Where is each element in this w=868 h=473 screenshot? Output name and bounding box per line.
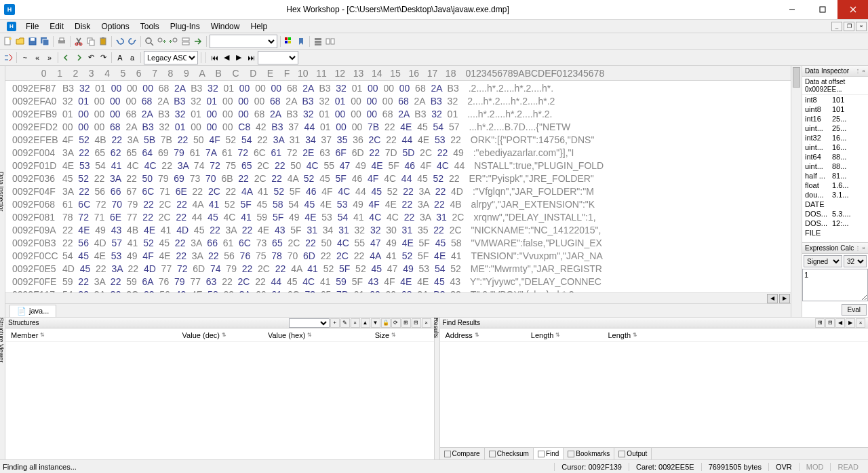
find-button[interactable] bbox=[144, 36, 155, 47]
minimize-button[interactable] bbox=[776, 0, 807, 19]
di-row[interactable]: uint...16... bbox=[802, 143, 868, 152]
hex-row[interactable]: 0092EFA032 01 00 00 00 68 2A B3 32 01 00… bbox=[12, 95, 784, 108]
di-row[interactable]: DOS...12:... bbox=[802, 219, 868, 228]
expr-mode-select[interactable]: Signed bbox=[804, 255, 842, 267]
fr-close-button[interactable]: × bbox=[856, 318, 865, 328]
di-row[interactable]: uint8101 bbox=[802, 105, 868, 114]
nav-first-button[interactable]: ⏮ bbox=[209, 52, 220, 63]
struct-col-member[interactable]: Member ⇅ bbox=[5, 328, 177, 341]
open-button[interactable] bbox=[15, 36, 26, 47]
hex-vscroll[interactable] bbox=[791, 66, 802, 317]
struct-select[interactable] bbox=[289, 318, 330, 328]
di-row[interactable]: FILE bbox=[802, 228, 868, 238]
struct-col-valuehex[interactable]: Value (hex) ⇅ bbox=[262, 328, 370, 341]
redo-button[interactable] bbox=[127, 36, 138, 47]
struct-up-button[interactable]: ▲ bbox=[361, 318, 370, 328]
find-prev-button[interactable] bbox=[168, 36, 179, 47]
inverse-button[interactable]: ~ bbox=[20, 52, 31, 63]
struct-col-size[interactable]: Size ⇅ bbox=[370, 328, 434, 341]
close-button[interactable] bbox=[837, 0, 868, 19]
fr-tab-bookmarks[interactable]: Bookmarks bbox=[564, 448, 614, 459]
struct-expand-button[interactable]: ⊞ bbox=[401, 318, 411, 328]
struct-del-button[interactable]: × bbox=[351, 318, 360, 328]
save-all-button[interactable] bbox=[39, 36, 50, 47]
hex-row[interactable]: 0092F0043A 22 65 62 65 64 69 79 61 7A 61… bbox=[12, 147, 784, 159]
scroll-thumb[interactable] bbox=[793, 67, 800, 88]
hex-row[interactable]: 0092EFB901 00 00 00 68 2A B3 32 01 00 00… bbox=[12, 108, 784, 121]
expr-bits-select[interactable]: 32 bbox=[844, 255, 867, 267]
struct-col-valuedec[interactable]: Value (dec) ⇅ bbox=[177, 328, 262, 341]
copy-button[interactable] bbox=[85, 36, 96, 47]
struct-close-button[interactable]: × bbox=[422, 318, 431, 328]
fr-btn1[interactable]: ⊞ bbox=[815, 318, 825, 328]
di-row[interactable]: int8101 bbox=[802, 95, 868, 105]
hex-row[interactable]: 0092F11754 22 3A 30 2C 22 56 42 4F 58 22… bbox=[12, 288, 784, 292]
mdi-restore-button[interactable]: ❐ bbox=[844, 22, 854, 31]
replace-button[interactable] bbox=[180, 36, 191, 47]
fr-tab-checksum[interactable]: Checksum bbox=[485, 448, 534, 459]
eval-button[interactable]: Eval bbox=[842, 304, 867, 316]
hex-row[interactable]: 0092EFEB4F 52 4B 22 3A 5B 7B 22 50 4F 52… bbox=[12, 134, 784, 147]
paste-button[interactable] bbox=[98, 36, 108, 47]
hex-row[interactable]: 0092F04F3A 22 56 66 67 6C 71 6E 22 2C 22… bbox=[12, 185, 784, 198]
goto-button[interactable] bbox=[193, 36, 203, 47]
scroll-right-icon[interactable]: ▶ bbox=[779, 294, 790, 303]
fr-col-1[interactable]: Length ⇅ bbox=[526, 328, 603, 341]
di-row[interactable]: DATE bbox=[802, 200, 868, 209]
mdi-minimize-button[interactable]: _ bbox=[831, 22, 842, 31]
menu-window[interactable]: Window bbox=[205, 20, 245, 33]
new-button[interactable] bbox=[3, 36, 14, 47]
hex-row[interactable]: 0092F0CC54 45 4E 53 49 4F 4E 22 3A 22 56… bbox=[12, 250, 784, 263]
rotate-left-button[interactable]: ↶ bbox=[85, 52, 96, 63]
cut-button[interactable] bbox=[73, 36, 84, 47]
hex-row[interactable]: 0092F03645 52 22 3A 22 50 79 69 73 70 6B… bbox=[12, 172, 784, 185]
file-tab-java[interactable]: 📄 java... bbox=[9, 305, 56, 317]
di-row[interactable]: DOS...5.3.... bbox=[802, 209, 868, 219]
di-row[interactable]: int6488... bbox=[802, 152, 868, 162]
lowercase-button[interactable]: a bbox=[127, 52, 138, 63]
scroll-left-icon[interactable]: ◀ bbox=[767, 294, 778, 303]
hex-row[interactable]: 0092EF87B3 32 01 00 00 00 68 2A B3 32 01… bbox=[12, 82, 784, 95]
di-row[interactable]: int1625... bbox=[802, 114, 868, 124]
hex-body[interactable]: 0092EF87B3 32 01 00 00 00 68 2A B3 32 01… bbox=[5, 81, 791, 292]
fr-tab-compare[interactable]: Compare bbox=[440, 448, 485, 459]
fr-col-2[interactable]: Length ⇅ bbox=[602, 328, 679, 341]
menu-options[interactable]: Options bbox=[96, 20, 134, 33]
print-button[interactable] bbox=[56, 36, 67, 47]
hex-row[interactable]: 0092F09A22 4E 49 43 4B 4E 41 4D 45 22 3A… bbox=[12, 224, 784, 237]
nav-next-button[interactable]: ▶ bbox=[233, 52, 244, 63]
struct-refresh-button[interactable]: ⟳ bbox=[391, 318, 401, 328]
fr-tab-output[interactable]: Output bbox=[614, 448, 652, 459]
hex-hscroll[interactable]: ◀ ▶ bbox=[5, 292, 791, 303]
uppercase-button[interactable]: A bbox=[115, 52, 125, 63]
menu-tools[interactable]: Tools bbox=[135, 20, 165, 33]
compare-button[interactable] bbox=[325, 36, 336, 47]
di-row[interactable]: float1.6... bbox=[802, 181, 868, 190]
nav-last-button[interactable]: ⏭ bbox=[245, 52, 256, 63]
struct-down-button[interactable]: ▼ bbox=[371, 318, 380, 328]
hex-row[interactable]: 0092EFD200 00 00 68 2A B3 32 01 00 00 00… bbox=[12, 121, 784, 134]
fr-tab-find[interactable]: Find bbox=[534, 448, 564, 459]
save-button[interactable] bbox=[27, 36, 38, 47]
block-shift-left-button[interactable] bbox=[61, 52, 72, 63]
menu-edit[interactable]: Edit bbox=[44, 20, 69, 33]
structures-button[interactable] bbox=[313, 36, 323, 47]
rotate-right-button[interactable]: ↷ bbox=[98, 52, 108, 63]
hex-row[interactable]: 0092F0B322 56 4D 57 41 52 45 22 3A 66 61… bbox=[12, 237, 784, 250]
hex-row[interactable]: 0092F06861 6C 72 70 79 22 2C 22 4A 41 52… bbox=[12, 198, 784, 211]
color-map-button[interactable] bbox=[283, 36, 294, 47]
fr-btn3[interactable]: ◀ bbox=[835, 318, 845, 328]
offset-select[interactable] bbox=[210, 35, 277, 48]
fr-btn4[interactable]: ▶ bbox=[846, 318, 855, 328]
menu-file[interactable]: File bbox=[20, 20, 44, 33]
expr-input[interactable]: 1 bbox=[802, 269, 868, 301]
di-row[interactable]: uint...25... bbox=[802, 124, 868, 133]
nav-prev-button[interactable]: ◀ bbox=[221, 52, 232, 63]
hex-row[interactable]: 0092F01D4E 53 54 41 4C 4C 22 3A 74 72 75… bbox=[12, 159, 784, 172]
struct-edit-button[interactable]: ✎ bbox=[340, 318, 350, 328]
hex-row[interactable]: 0092F0E54D 45 22 3A 22 4D 77 72 6D 74 79… bbox=[12, 263, 784, 276]
fr-btn2[interactable]: ⊟ bbox=[825, 318, 835, 328]
di-row[interactable]: dou...3.1... bbox=[802, 190, 868, 200]
hex-row[interactable]: 0092F0FE59 22 3A 22 59 6A 76 79 77 63 22… bbox=[12, 276, 784, 288]
bookmark-button[interactable] bbox=[296, 36, 307, 47]
